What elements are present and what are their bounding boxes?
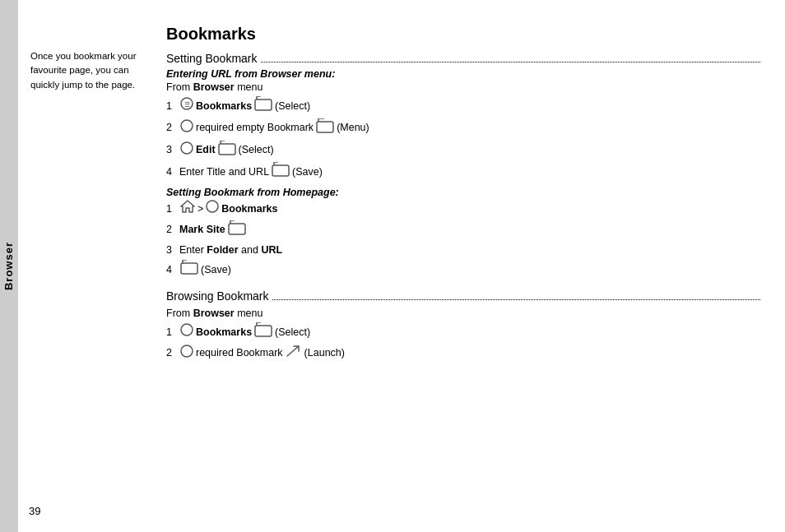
nav-icon-2 [180, 119, 193, 137]
launch-label: (Launch) [304, 345, 345, 361]
setting-bookmark-title: Setting Bookmark [166, 52, 258, 65]
step-item: 1 > Bookmarks [166, 200, 760, 218]
setting-bookmark-section-header: Setting Bookmark [166, 52, 760, 65]
edit-label: Edit [196, 142, 216, 158]
nav-icon: ☰ [180, 97, 193, 115]
select-icon-ms [228, 220, 246, 240]
step-item: 4 (Save) [166, 260, 760, 280]
step-content: Bookmarks (Select) [179, 322, 310, 342]
main-area: Once you bookmark your favourite page, y… [18, 0, 785, 532]
svg-rect-25 [255, 326, 272, 336]
menu-icon [316, 118, 334, 138]
nav-icon-3 [180, 141, 193, 160]
step-item: 3 Edit (Select) [166, 141, 760, 160]
launch-icon [286, 345, 302, 363]
homepage-steps: 1 > Bookmarks [166, 200, 760, 280]
from-browser-menu-line2: From Browser menu [166, 308, 760, 319]
save-icon-1 [272, 162, 290, 182]
select-label-b1: (Select) [275, 325, 310, 340]
svg-point-5 [181, 120, 193, 132]
svg-point-9 [181, 142, 193, 154]
svg-point-28 [181, 345, 193, 357]
step-content: Enter Title and URL (Save) [179, 162, 323, 182]
page-number: 39 [29, 505, 40, 517]
svg-rect-21 [181, 263, 197, 274]
svg-rect-10 [219, 144, 235, 155]
folder-bold: Folder [207, 244, 238, 256]
sidebar-label: Browser [3, 242, 16, 290]
step-item: 1 ☰ Bookmarks [166, 96, 760, 116]
save-icon-2 [180, 260, 198, 280]
mark-site-label: Mark Site [179, 222, 225, 238]
step-number: 1 [166, 325, 179, 340]
description-column: Once you bookmark your favourite page, y… [18, 0, 158, 532]
enter-folder-text: Enter Folder and URL [179, 243, 282, 258]
step-item: 3 Enter Folder and URL [166, 243, 760, 258]
svg-text:☰: ☰ [184, 101, 190, 109]
url-bold: URL [261, 244, 282, 256]
browsing-steps: 1 Bookmarks (Se [166, 322, 760, 363]
svg-marker-16 [181, 201, 194, 212]
svg-rect-18 [229, 224, 245, 234]
step-content: Enter Folder and URL [179, 243, 282, 258]
step-content: > Bookmarks [179, 200, 277, 218]
select-label-3: (Select) [239, 142, 274, 158]
step-item: 2 Mark Site [166, 220, 760, 240]
enter-title-url-text: Enter Title and URL [179, 164, 269, 180]
step-number: 3 [166, 243, 179, 258]
svg-rect-13 [272, 165, 289, 176]
browsing-bookmark-section-header: Browsing Bookmark [166, 289, 760, 303]
entering-url-steps: 1 ☰ Bookmarks [166, 96, 760, 182]
step-number: 2 [166, 120, 179, 136]
subsection-entering-url-title: Entering URL from Browser menu: [166, 68, 760, 80]
nav-icon-hp [206, 200, 219, 218]
content-column: Bookmarks Setting Bookmark Entering URL … [158, 0, 785, 532]
home-icon [180, 200, 195, 218]
step-content: Edit (Select) [179, 141, 274, 160]
required-empty-bookmark: required empty Bookmark [196, 120, 314, 136]
browsing-section-divider: Browsing Bookmark [166, 289, 760, 303]
step-content: ☰ Bookmarks (Select) [179, 96, 310, 116]
bookmarks-label-2: Bookmarks [221, 201, 277, 217]
select-icon-1 [254, 96, 272, 116]
subsection-homepage-title: Setting Bookmark from Homepage: [166, 187, 760, 198]
step-content: Mark Site [179, 220, 247, 240]
section-divider-dots [261, 62, 761, 62]
step-item: 2 required Bookmark (Launch) [166, 345, 760, 363]
step-number: 3 [166, 142, 179, 158]
select-icon-3 [218, 141, 236, 160]
step-number: 2 [166, 222, 179, 238]
nav-icon-b2 [180, 345, 193, 363]
select-icon-b1 [254, 322, 272, 342]
browsing-bookmark-title: Browsing Bookmark [166, 289, 269, 303]
save-label-2: (Save) [201, 262, 231, 278]
nav-icon-b1 [180, 323, 193, 341]
step-number: 2 [166, 345, 179, 361]
bookmarks-label-3: Bookmarks [196, 325, 252, 340]
bookmarks-label: Bookmarks [196, 99, 252, 114]
required-bookmark-text: required Bookmark [196, 345, 283, 361]
step-content: required Bookmark (Launch) [179, 345, 345, 363]
svg-point-24 [181, 324, 193, 335]
step-item: 2 required empty Bookmark [166, 118, 760, 138]
step-number: 1 [166, 99, 179, 114]
step-number: 4 [166, 262, 179, 278]
step-number: 4 [166, 164, 179, 180]
page-title: Bookmarks [166, 25, 760, 44]
sidebar: Browser [0, 0, 18, 532]
step-content: required empty Bookmark (Menu) [179, 118, 369, 138]
step-number: 1 [166, 201, 179, 217]
svg-rect-6 [317, 122, 333, 132]
svg-point-17 [207, 201, 218, 212]
menu-label: (Menu) [337, 120, 369, 136]
svg-rect-2 [255, 99, 272, 110]
arrow-gt: > [197, 201, 203, 217]
description-text: Once you bookmark your favourite page, y… [30, 49, 150, 92]
step-item: 1 Bookmarks (Se [166, 322, 760, 342]
save-label-1: (Save) [292, 164, 323, 180]
from-browser-menu-line1: From Browser menu [166, 81, 760, 93]
step-content: (Save) [179, 260, 231, 280]
step-item: 4 Enter Title and URL (Save) [166, 162, 760, 182]
select-label-1: (Select) [275, 99, 310, 114]
section-divider-dots-2 [272, 299, 761, 300]
